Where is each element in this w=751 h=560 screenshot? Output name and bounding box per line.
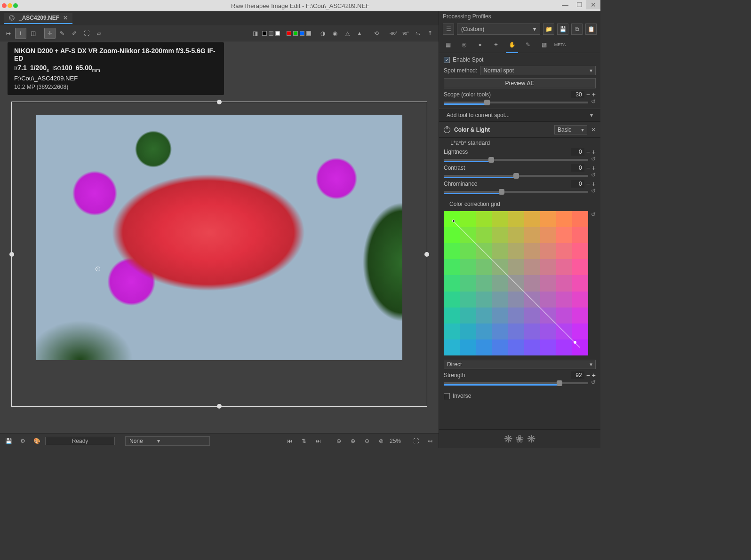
- new-detail-icon[interactable]: ⛶: [410, 435, 422, 447]
- channel-l-chip[interactable]: [306, 31, 311, 36]
- close-tab-icon[interactable]: ✕: [63, 15, 68, 21]
- toggle-panel-icon[interactable]: ↤: [424, 435, 436, 447]
- file-tab[interactable]: _ASC4209.NEF ✕: [4, 13, 72, 24]
- strength-minus[interactable]: −: [586, 371, 590, 379]
- spot-handle-top[interactable]: [217, 100, 222, 104]
- meta-tab-icon[interactable]: META: [555, 39, 565, 50]
- channel-g-chip[interactable]: [293, 31, 298, 36]
- scope-plus[interactable]: +: [592, 91, 596, 98]
- zoom-out-icon[interactable]: ⊖: [333, 435, 344, 447]
- transform-tab-icon[interactable]: ✎: [523, 39, 533, 50]
- info-toggle-button[interactable]: i: [15, 28, 26, 39]
- exposure-tab-icon[interactable]: ▦: [443, 39, 453, 50]
- scope-minus[interactable]: −: [586, 91, 590, 98]
- grid-reset-icon[interactable]: ↺: [591, 211, 596, 218]
- chrominance-minus[interactable]: −: [586, 180, 590, 188]
- local-tab-icon[interactable]: ✋: [507, 39, 517, 50]
- crosshair-icon[interactable]: ✛: [44, 28, 56, 39]
- lightness-minus[interactable]: −: [586, 148, 590, 156]
- strength-slider[interactable]: [444, 382, 588, 384]
- scope-slider[interactable]: [444, 102, 588, 103]
- spot-boundary[interactable]: [11, 102, 427, 407]
- profile-selector[interactable]: (Custom)▾: [457, 24, 540, 35]
- save-icon[interactable]: 💾: [3, 435, 14, 447]
- raw-tab-icon[interactable]: ▩: [539, 39, 549, 50]
- minimize-button[interactable]: —: [558, 0, 572, 9]
- maximize-button[interactable]: ☐: [572, 0, 586, 9]
- arrow-tool-icon[interactable]: ↦: [3, 28, 14, 39]
- chrominance-value[interactable]: 0: [571, 180, 584, 188]
- channel-b-chip[interactable]: [300, 31, 304, 36]
- flip-v-icon[interactable]: ⤒: [424, 28, 436, 39]
- paste-profile-icon[interactable]: 📋: [585, 24, 597, 35]
- channel-r-chip[interactable]: [287, 31, 291, 36]
- contrast-minus[interactable]: −: [586, 164, 590, 172]
- color-correction-grid[interactable]: [444, 211, 588, 355]
- bg-white-chip[interactable]: [275, 31, 280, 36]
- strength-plus[interactable]: +: [592, 371, 596, 379]
- nav-sync-icon[interactable]: ⇅: [298, 435, 310, 447]
- warn-shadow-icon[interactable]: △: [342, 28, 353, 39]
- nav-next-icon[interactable]: ⏭: [312, 435, 324, 447]
- contrast-slider[interactable]: [444, 175, 588, 177]
- bg-toggle-icon[interactable]: ◨: [249, 28, 261, 39]
- external-editor-icon[interactable]: 🎨: [31, 435, 42, 447]
- bg-black-chip[interactable]: [262, 31, 267, 36]
- highlight-clip-icon[interactable]: ◑: [317, 28, 328, 39]
- spot-handle-right[interactable]: [424, 252, 429, 257]
- scope-value[interactable]: 30: [571, 91, 584, 98]
- chrominance-slider[interactable]: [444, 191, 588, 193]
- flip-h-icon[interactable]: ⇋: [412, 28, 423, 39]
- wb-picker-icon[interactable]: ✐: [69, 28, 80, 39]
- before-after-icon[interactable]: ◫: [27, 28, 39, 39]
- preview-de-button[interactable]: Preview ΔE: [444, 78, 596, 88]
- color-tab-icon[interactable]: ●: [475, 39, 485, 50]
- advanced-tab-icon[interactable]: ✦: [491, 39, 501, 50]
- straighten-icon[interactable]: ▱: [93, 28, 104, 39]
- traffic-red[interactable]: [2, 3, 7, 8]
- copy-profile-icon[interactable]: ⧉: [571, 24, 583, 35]
- profile-mode-icon[interactable]: ☰: [443, 24, 454, 35]
- grid-method-dropdown[interactable]: Direct: [444, 360, 596, 369]
- lightness-slider[interactable]: [444, 159, 588, 161]
- warn-highlight-icon[interactable]: ▲: [354, 28, 365, 39]
- remove-tool-icon[interactable]: ✕: [591, 126, 596, 133]
- strength-value[interactable]: 92: [571, 371, 584, 379]
- lightness-plus[interactable]: +: [592, 148, 596, 156]
- spot-handle-bottom[interactable]: [217, 404, 222, 409]
- inverse-checkbox[interactable]: [444, 393, 450, 399]
- zoom-fit-icon[interactable]: ⊙: [361, 435, 373, 447]
- queue-icon[interactable]: ⚙: [17, 435, 28, 447]
- contrast-value[interactable]: 0: [571, 164, 584, 172]
- bg-gray-chip[interactable]: [269, 31, 273, 36]
- power-toggle-icon[interactable]: [444, 126, 450, 133]
- spot-center-icon[interactable]: [96, 267, 100, 271]
- rot-pos90-icon[interactable]: 90°: [400, 28, 411, 39]
- spot-handle-left[interactable]: [9, 252, 14, 257]
- enable-spot-checkbox[interactable]: ✓: [444, 57, 450, 63]
- add-tool-dropdown[interactable]: Add tool to current spot...: [444, 110, 596, 120]
- chrominance-plus[interactable]: +: [592, 180, 596, 188]
- scope-reset-icon[interactable]: ↺: [591, 98, 596, 105]
- load-profile-icon[interactable]: 📁: [543, 24, 554, 35]
- zoom-in-icon[interactable]: ⊕: [347, 435, 359, 447]
- preview-canvas[interactable]: [0, 41, 439, 433]
- contrast-plus[interactable]: +: [592, 164, 596, 172]
- contrast-reset-icon[interactable]: ↺: [591, 172, 596, 178]
- zoom-100-icon[interactable]: ⊚: [376, 435, 387, 447]
- chrominance-reset-icon[interactable]: ↺: [591, 188, 596, 194]
- traffic-green[interactable]: [13, 3, 18, 8]
- color-light-section-header[interactable]: Color & Light Basic ✕: [439, 122, 600, 138]
- crop-icon[interactable]: ⛶: [81, 28, 92, 39]
- detail-tab-icon[interactable]: ◎: [459, 39, 469, 50]
- save-profile-icon[interactable]: 💾: [557, 24, 568, 35]
- spot-method-dropdown[interactable]: Normal spot: [480, 66, 596, 75]
- traffic-yellow[interactable]: [8, 3, 12, 8]
- rot-neg90-icon[interactable]: -90°: [388, 28, 399, 39]
- picker-icon[interactable]: ✎: [56, 28, 68, 39]
- nav-prev-icon[interactable]: ⏮: [284, 435, 296, 447]
- lightness-value[interactable]: 0: [571, 148, 584, 156]
- rotate-icon[interactable]: ⟲: [371, 28, 382, 39]
- close-window-button[interactable]: ✕: [586, 0, 600, 9]
- shadow-clip-icon[interactable]: ◉: [329, 28, 341, 39]
